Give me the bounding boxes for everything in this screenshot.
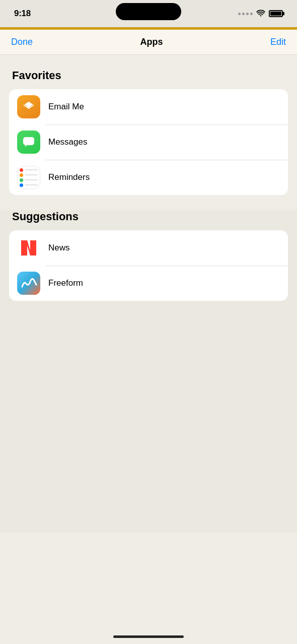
list-item[interactable]: Reminders: [9, 160, 288, 195]
battery-icon: [269, 10, 283, 17]
email-me-label: Email Me: [48, 102, 84, 112]
list-item[interactable]: News: [9, 230, 288, 266]
signal-dot-2: [242, 13, 245, 15]
messages-icon: [17, 131, 40, 154]
home-indicator: [113, 635, 184, 638]
favorites-list: Email Me Messages: [9, 89, 288, 195]
list-item[interactable]: Email Me: [9, 89, 288, 124]
news-icon: [17, 236, 40, 260]
suggestions-section: Suggestions News: [9, 210, 288, 301]
signal-dot-3: [246, 13, 249, 15]
done-button[interactable]: Done: [11, 37, 33, 47]
notch: [116, 3, 181, 20]
news-label: News: [48, 243, 70, 253]
suggestions-title: Suggestions: [9, 210, 288, 223]
freeform-label: Freeform: [48, 278, 83, 288]
reminders-label: Reminders: [48, 172, 90, 182]
signal-dot-4: [250, 13, 253, 15]
suggestions-list: News: [9, 230, 288, 301]
suggestions-content: Suggestions News: [0, 210, 297, 331]
wifi-icon: [256, 10, 265, 18]
messages-label: Messages: [48, 137, 87, 147]
page-title: Apps: [140, 37, 163, 47]
reminders-icon: [17, 166, 40, 189]
nav-bar: Done Apps Edit: [0, 30, 297, 55]
email-me-icon: [17, 95, 40, 118]
list-item[interactable]: Freeform: [9, 266, 288, 301]
signal-dots: [238, 13, 253, 15]
status-time: 9:18: [14, 9, 31, 19]
battery-fill: [270, 12, 281, 16]
favorites-title: Favorites: [9, 69, 288, 82]
svg-rect-1: [23, 137, 34, 145]
empty-area: [0, 331, 297, 533]
status-bar: 9:18: [0, 0, 297, 27]
favorites-section: Favorites Email Me: [9, 69, 288, 195]
status-icons: [238, 10, 283, 18]
list-item[interactable]: Messages: [9, 124, 288, 160]
signal-dot-1: [238, 13, 241, 15]
main-content: Favorites Email Me: [0, 55, 297, 195]
edit-button[interactable]: Edit: [270, 37, 286, 47]
freeform-icon: [17, 272, 40, 295]
